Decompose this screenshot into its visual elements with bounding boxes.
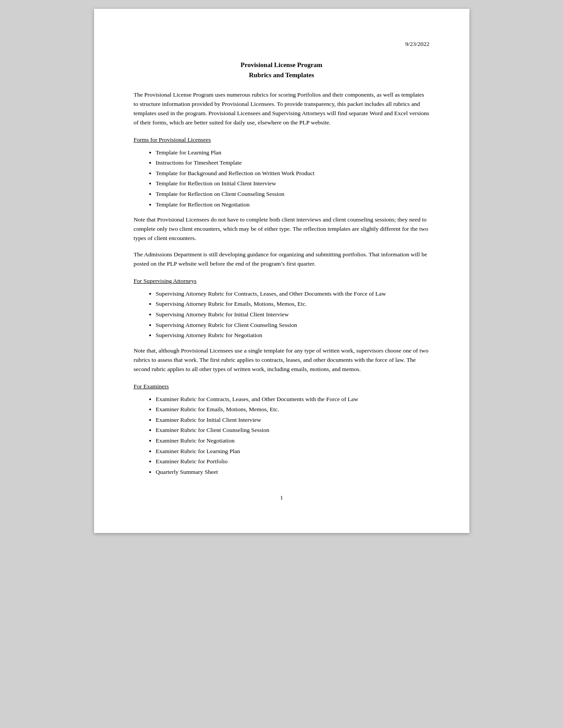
list-item: Template for Background and Reflection o…: [156, 169, 430, 178]
section2-heading: For Supervising Attorneys: [134, 278, 430, 285]
note2-paragraph: The Admissions Department is still devel…: [134, 250, 430, 269]
list-item: Supervising Attorney Rubric for Client C…: [156, 320, 430, 330]
section1-heading: Forms for Provisional Licensees: [134, 136, 430, 143]
list-item: Examiner Rubric for Initial Client Inter…: [156, 415, 430, 425]
section3-heading: For Examiners: [134, 383, 430, 390]
note1-paragraph: Note that Provisional Licensees do not h…: [134, 215, 430, 243]
list-item: Examiner Rubric for Contracts, Leases, a…: [156, 394, 430, 404]
list-item: Supervising Attorney Rubric for Negotiat…: [156, 330, 430, 340]
list-item: Examiner Rubric for Learning Plan: [156, 447, 430, 456]
list-item: Examiner Rubric for Negotiation: [156, 436, 430, 446]
title-line2: Rubrics and Templates: [134, 70, 430, 80]
list-item: Supervising Attorney Rubric for Emails, …: [156, 299, 430, 309]
title-block: Provisional License Program Rubrics and …: [134, 60, 430, 80]
list-item: Template for Reflection on Negotiation: [156, 200, 430, 210]
list-item: Template for Reflection on Client Counse…: [156, 189, 430, 199]
list-item: Template for Reflection on Initial Clien…: [156, 179, 430, 188]
list-item: Examiner Rubric for Portfolio: [156, 457, 430, 466]
intro-paragraph: The Provisional License Program uses num…: [134, 90, 430, 128]
note3-paragraph: Note that, although Provisional Licensee…: [134, 346, 430, 374]
list-item: Template for Learning Plan: [156, 148, 430, 158]
list-item: Supervising Attorney Rubric for Initial …: [156, 310, 430, 319]
document-page: 9/23/2022 Provisional License Program Ru…: [94, 9, 469, 533]
list-item: Quarterly Summary Sheet: [156, 467, 430, 477]
list-item: Examiner Rubric for Emails, Motions, Mem…: [156, 405, 430, 414]
list-item: Instructions for Timesheet Template: [156, 158, 430, 168]
list-item: Supervising Attorney Rubric for Contract…: [156, 289, 430, 299]
date: 9/23/2022: [134, 41, 430, 48]
section2-list: Supervising Attorney Rubric for Contract…: [156, 289, 430, 340]
list-item: Examiner Rubric for Client Counseling Se…: [156, 425, 430, 435]
page-number: 1: [134, 494, 430, 501]
section1-list: Template for Learning Plan Instructions …: [156, 148, 430, 210]
title-line1: Provisional License Program: [134, 60, 430, 70]
section3-list: Examiner Rubric for Contracts, Leases, a…: [156, 394, 430, 477]
